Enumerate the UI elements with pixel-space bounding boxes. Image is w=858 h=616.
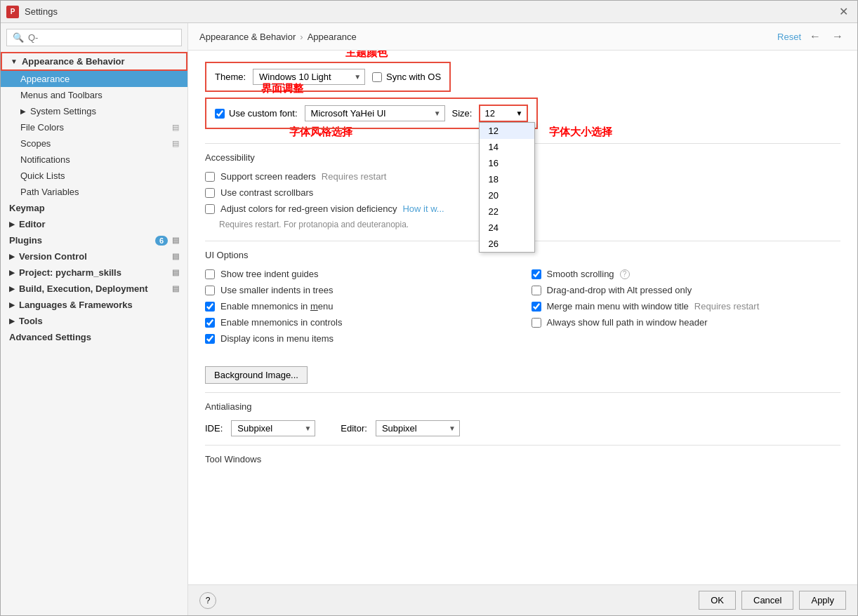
mnemonics-menu-row: Enable mnemonics in menu: [205, 301, 515, 312]
tree-indent-checkbox[interactable]: [205, 269, 215, 279]
size-option-24[interactable]: 24: [480, 220, 534, 236]
full-path-row: Always show full path in window header: [532, 317, 841, 328]
sidebar-item-label: Appearance: [20, 74, 70, 84]
vc-icon: ▤: [172, 252, 179, 261]
file-colors-icon: ▤: [172, 123, 179, 132]
size-option-18[interactable]: 18: [480, 171, 534, 187]
mnemonics-menu-label: Enable mnemonics in menu: [220, 301, 333, 312]
smooth-scrolling-checkbox[interactable]: [532, 269, 541, 279]
ide-aa-select[interactable]: Subpixel Greyscale None: [231, 420, 315, 436]
size-option-14[interactable]: 14: [480, 139, 534, 155]
sidebar-item-label: File Colors: [20, 122, 64, 133]
content-area: 🔍 ▼ Appearance & Behavior Appearance Men…: [1, 23, 857, 615]
sync-checkbox-label[interactable]: Sync with OS: [372, 72, 441, 82]
mnemonics-controls-label: Enable mnemonics in controls: [220, 317, 342, 328]
breadcrumb-part1: Appearance & Behavior: [199, 32, 296, 42]
sidebar-item-plugins[interactable]: Plugins 6 ▤: [1, 232, 187, 248]
ide-aa-select-wrapper[interactable]: Subpixel Greyscale None ▼: [231, 420, 315, 436]
full-path-label: Always show full path in window header: [547, 317, 708, 328]
sidebar-item-label: Editor: [19, 219, 46, 229]
mnemonics-controls-checkbox[interactable]: [205, 318, 215, 328]
antialiasing-title: Antialiasing: [205, 401, 840, 412]
sidebar-item-notifications[interactable]: Notifications: [1, 152, 187, 168]
app-icon: P: [6, 6, 19, 18]
size-value: 12: [484, 108, 494, 119]
editor-aa-select[interactable]: Subpixel Greyscale None: [376, 420, 460, 436]
size-dropdown: 12 14 16 18 20 22 24 26: [479, 122, 535, 253]
red-green-checkbox[interactable]: [205, 204, 215, 214]
sync-label: Sync with OS: [386, 72, 441, 82]
size-option-12[interactable]: 12: [480, 123, 534, 139]
close-button[interactable]: ✕: [835, 4, 852, 20]
apply-button[interactable]: Apply: [799, 591, 846, 610]
chevron-right-icon: ▶: [9, 285, 15, 293]
cancel-button[interactable]: Cancel: [741, 591, 793, 610]
nav-forward-button[interactable]: →: [829, 29, 846, 44]
size-option-26[interactable]: 26: [480, 236, 534, 252]
ok-button[interactable]: OK: [699, 591, 736, 610]
scopes-icon: ▤: [172, 139, 179, 148]
nav-back-button[interactable]: ←: [807, 29, 824, 44]
search-icon: 🔍: [13, 32, 24, 43]
sidebar-item-project[interactable]: ▶ Project: pycharm_skills ▤: [1, 265, 187, 281]
sidebar-item-keymap[interactable]: Keymap: [1, 200, 187, 216]
annotation-theme-color: 主题颜色: [345, 51, 388, 60]
search-box[interactable]: 🔍: [6, 29, 182, 46]
size-option-20[interactable]: 20: [480, 187, 534, 203]
smaller-indents-checkbox[interactable]: [205, 286, 215, 295]
merge-menu-checkbox[interactable]: [532, 302, 541, 312]
chevron-right-icon: ▶: [9, 253, 15, 260]
reset-link[interactable]: Reset: [777, 32, 801, 42]
background-image-button[interactable]: Background Image...: [205, 366, 308, 384]
size-option-16[interactable]: 16: [480, 155, 534, 171]
sidebar-item-build[interactable]: ▶ Build, Execution, Deployment ▤: [1, 281, 187, 297]
display-icons-checkbox[interactable]: [205, 334, 215, 344]
sidebar: 🔍 ▼ Appearance & Behavior Appearance Men…: [1, 23, 188, 615]
titlebar: P Settings ✕: [1, 1, 857, 23]
sidebar-item-appearance[interactable]: Appearance: [1, 71, 187, 87]
mnemonics-menu-checkbox[interactable]: [205, 302, 215, 312]
sidebar-item-languages[interactable]: ▶ Languages & Frameworks: [1, 297, 187, 313]
breadcrumb: Appearance & Behavior › Appearance: [199, 32, 777, 42]
size-select[interactable]: 12 ▼: [479, 105, 528, 122]
sidebar-item-menus-toolbars[interactable]: Menus and Toolbars: [1, 87, 187, 103]
divider-3: [205, 392, 840, 393]
sidebar-item-quick-lists[interactable]: Quick Lists: [1, 168, 187, 184]
ui-options-section: UI Options Show tree indent guides Use s…: [205, 250, 840, 384]
contrast-scrollbars-checkbox[interactable]: [205, 188, 215, 198]
sidebar-item-label: Build, Execution, Deployment: [19, 283, 147, 294]
editor-aa-select-wrapper[interactable]: Subpixel Greyscale None ▼: [376, 420, 460, 436]
display-icons-row: Display icons in menu items: [205, 333, 515, 344]
custom-font-label[interactable]: Use custom font:: [215, 108, 298, 119]
size-option-22[interactable]: 22: [480, 203, 534, 220]
sidebar-item-label: Quick Lists: [20, 170, 65, 181]
size-arrow: ▼: [516, 109, 523, 117]
annotation-ui-tune: 界面调整: [261, 82, 303, 95]
annotation-font-size: 字体大小选择: [549, 126, 612, 139]
font-select[interactable]: Microsoft YaHei UI Arial Segoe UI Tahoma: [305, 105, 445, 121]
sidebar-item-file-colors[interactable]: File Colors ▤: [1, 119, 187, 135]
footer: ? OK Cancel Apply: [188, 584, 857, 615]
sidebar-item-system-settings[interactable]: ▶ System Settings: [1, 103, 187, 119]
sidebar-item-version-control[interactable]: ▶ Version Control ▤: [1, 248, 187, 265]
search-input[interactable]: [28, 32, 176, 43]
custom-font-checkbox[interactable]: [215, 109, 225, 119]
sidebar-item-label: Notifications: [20, 154, 70, 165]
sync-checkbox[interactable]: [372, 72, 382, 82]
sidebar-item-scopes[interactable]: Scopes ▤: [1, 135, 187, 152]
smaller-indents-row: Use smaller indents in trees: [205, 285, 515, 295]
help-button[interactable]: ?: [199, 592, 216, 609]
breadcrumb-part2: Appearance: [308, 32, 357, 42]
font-select-wrapper[interactable]: Microsoft YaHei UI Arial Segoe UI Tahoma…: [305, 105, 445, 121]
full-path-checkbox[interactable]: [532, 318, 541, 328]
red-green-label: Adjust colors for red-green vision defic…: [220, 203, 397, 214]
sidebar-item-appearance-behavior[interactable]: ▼ Appearance & Behavior: [1, 52, 187, 71]
sidebar-item-advanced[interactable]: Advanced Settings: [1, 329, 187, 345]
sidebar-item-path-variables[interactable]: Path Variables: [1, 184, 187, 200]
drag-drop-row: Drag-and-drop with Alt pressed only: [532, 285, 841, 295]
sidebar-item-tools[interactable]: ▶ Tools: [1, 313, 187, 329]
drag-drop-checkbox[interactable]: [532, 286, 541, 295]
screen-readers-checkbox[interactable]: [205, 172, 215, 182]
sidebar-item-editor[interactable]: ▶ Editor: [1, 216, 187, 232]
how-it-works-link[interactable]: How it w...: [402, 203, 444, 214]
